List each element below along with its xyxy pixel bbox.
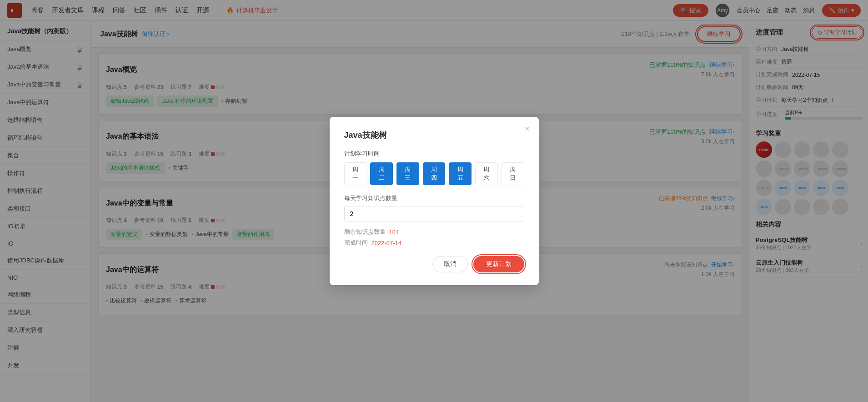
update-plan-button[interactable]: 更新计划 xyxy=(473,256,524,272)
modal-complete-row: 完成时间 2022-07-14 xyxy=(344,239,524,247)
cancel-button[interactable]: 取消 xyxy=(432,256,468,272)
modal-footer: 取消 更新计划 xyxy=(344,256,524,272)
daily-knowledge-input[interactable] xyxy=(344,206,524,221)
complete-value: 2022-07-14 xyxy=(371,240,402,246)
day-tuesday[interactable]: 周二 xyxy=(370,162,393,185)
modal-close-button[interactable]: × xyxy=(525,124,530,134)
day-sunday[interactable]: 周日 xyxy=(502,162,524,185)
modal: Java技能树 × 计划学习时间 周一 周二 周三 周四 周五 周六 周日 每天… xyxy=(330,117,539,285)
modal-remaining-row: 剩余知识点数量 101 xyxy=(344,228,524,236)
modal-title: Java技能树 xyxy=(344,130,524,141)
modal-plan-time-label: 计划学习时间 xyxy=(344,150,524,158)
day-friday[interactable]: 周五 xyxy=(449,162,472,185)
modal-overlay[interactable]: Java技能树 × 计划学习时间 周一 周二 周三 周四 周五 周六 周日 每天… xyxy=(0,0,868,402)
day-thursday[interactable]: 周四 xyxy=(423,162,446,185)
daily-knowledge-label: 每天学习知识点数量 xyxy=(344,194,524,202)
days-row: 周一 周二 周三 周四 周五 周六 周日 xyxy=(344,162,524,185)
day-wednesday[interactable]: 周三 xyxy=(396,162,419,185)
day-monday[interactable]: 周一 xyxy=(344,162,367,185)
day-saturday[interactable]: 周六 xyxy=(475,162,498,185)
remaining-value: 101 xyxy=(389,229,399,236)
